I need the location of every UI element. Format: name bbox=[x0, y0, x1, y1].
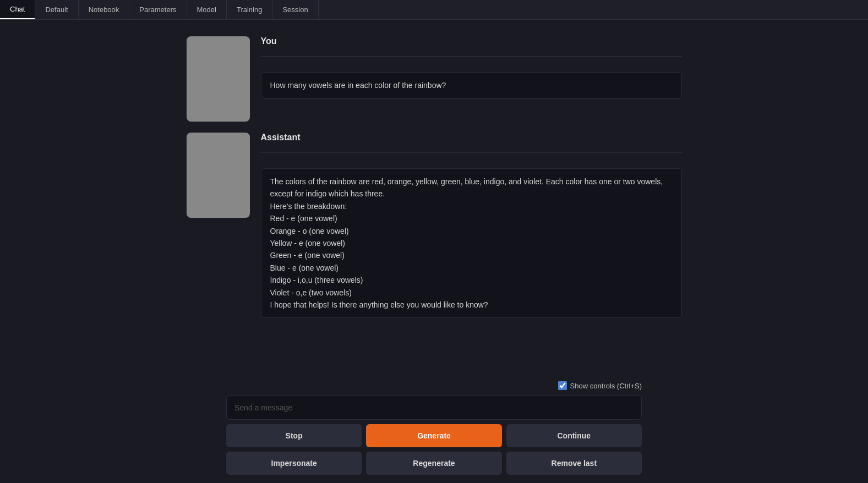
btn-row-1: Stop Generate Continue bbox=[226, 424, 642, 447]
tab-default[interactable]: Default bbox=[35, 0, 78, 19]
assistant-message-content: Assistant The colors of the rainbow are … bbox=[261, 133, 682, 318]
impersonate-button[interactable]: Impersonate bbox=[226, 452, 362, 475]
tab-chat[interactable]: Chat bbox=[0, 0, 35, 19]
controls-row-top: Show controls (Ctrl+S) bbox=[226, 381, 642, 390]
user-divider bbox=[261, 56, 682, 57]
assistant-avatar bbox=[187, 133, 250, 218]
regenerate-button[interactable]: Regenerate bbox=[366, 452, 501, 475]
user-message-content: You How many vowels are in each color of… bbox=[261, 36, 682, 98]
remove-last-button[interactable]: Remove last bbox=[506, 452, 642, 475]
message-input[interactable] bbox=[226, 396, 642, 420]
show-controls-label[interactable]: Show controls (Ctrl+S) bbox=[558, 381, 642, 390]
continue-button[interactable]: Continue bbox=[506, 424, 642, 447]
stop-button[interactable]: Stop bbox=[226, 424, 362, 447]
tab-model[interactable]: Model bbox=[187, 0, 227, 19]
assistant-message-row: Assistant The colors of the rainbow are … bbox=[187, 133, 682, 318]
chat-container: You How many vowels are in each color of… bbox=[187, 36, 682, 329]
btn-row-2: Impersonate Regenerate Remove last bbox=[226, 452, 642, 475]
tab-notebook[interactable]: Notebook bbox=[79, 0, 130, 19]
top-nav: Chat Default Notebook Parameters Model T… bbox=[0, 0, 868, 20]
user-avatar bbox=[187, 36, 250, 122]
generate-button[interactable]: Generate bbox=[366, 424, 501, 447]
assistant-divider bbox=[261, 152, 682, 153]
user-message-bubble: How many vowels are in each color of the… bbox=[261, 72, 682, 98]
assistant-message-bubble: The colors of the rainbow are red, orang… bbox=[261, 168, 682, 318]
show-controls-text: Show controls (Ctrl+S) bbox=[570, 382, 642, 390]
bottom-area: Show controls (Ctrl+S) Stop Generate Con… bbox=[0, 376, 868, 483]
user-sender-label: You bbox=[261, 36, 682, 46]
user-message-row: You How many vowels are in each color of… bbox=[187, 36, 682, 122]
tab-training[interactable]: Training bbox=[227, 0, 272, 19]
tab-parameters[interactable]: Parameters bbox=[129, 0, 187, 19]
show-controls-checkbox[interactable] bbox=[558, 381, 567, 390]
tab-session[interactable]: Session bbox=[272, 0, 318, 19]
assistant-sender-label: Assistant bbox=[261, 133, 682, 142]
